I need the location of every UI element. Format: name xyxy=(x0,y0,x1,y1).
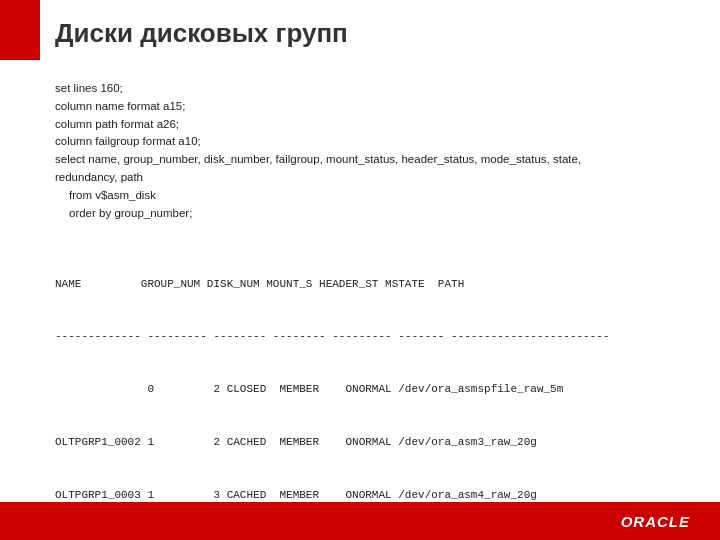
table-separator: ------------- --------- -------- -------… xyxy=(55,328,690,346)
code-line-7: from v$asm_disk xyxy=(55,187,690,205)
code-line-8: order by group_number; xyxy=(55,205,690,223)
oracle-logo: ORACLE xyxy=(621,513,690,530)
table-row-0: 0 2 CLOSED MEMBER ONORMAL /dev/ora_asmsp… xyxy=(55,381,690,399)
code-line-1: set lines 160; xyxy=(55,80,690,98)
code-line-2: column name format a15; xyxy=(55,98,690,116)
code-line-6: redundancy, path xyxy=(55,169,690,187)
page-title: Диски дисковых групп xyxy=(55,18,348,49)
code-block: set lines 160; column name format a15; c… xyxy=(55,80,690,223)
red-accent-bar xyxy=(0,0,40,60)
main-content: set lines 160; column name format a15; c… xyxy=(55,80,690,540)
code-line-3: column path format a26; xyxy=(55,116,690,134)
footer-bar xyxy=(0,502,720,540)
code-line-4: column failgroup format a10; xyxy=(55,133,690,151)
code-line-5: select name, group_number, disk_number, … xyxy=(55,151,690,169)
query-results: NAME GROUP_NUM DISK_NUM MOUNT_S HEADER_S… xyxy=(55,241,690,541)
table-header: NAME GROUP_NUM DISK_NUM MOUNT_S HEADER_S… xyxy=(55,276,690,294)
table-row-1: OLTPGRP1_0002 1 2 CACHED MEMBER ONORMAL … xyxy=(55,434,690,452)
